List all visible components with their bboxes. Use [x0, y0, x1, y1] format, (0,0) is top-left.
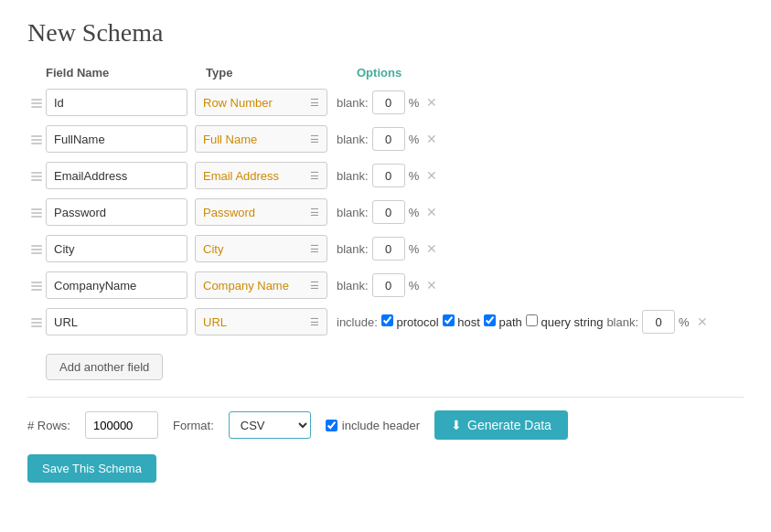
blank-label: blank: — [337, 242, 369, 256]
options-area: blank: % ✕ — [337, 164, 744, 187]
percent-label: % — [409, 133, 420, 146]
path-checkbox[interactable] — [484, 314, 496, 326]
protocol-checkbox[interactable] — [381, 314, 393, 326]
remove-button[interactable]: ✕ — [423, 278, 441, 293]
blank-label: blank: — [606, 315, 638, 329]
table-row: URL☰ include: protocol host path query s… — [27, 306, 744, 337]
field-name-input[interactable] — [46, 308, 187, 335]
options-area: include: protocol host path query string — [337, 310, 744, 334]
field-name-input[interactable] — [46, 162, 187, 189]
type-label: Row Number — [203, 96, 273, 110]
blank-label: blank: — [337, 133, 369, 146]
page-title: New Schema — [27, 18, 744, 48]
path-label[interactable]: path — [484, 314, 522, 329]
remove-button[interactable]: ✕ — [423, 132, 441, 146]
field-name-input[interactable] — [46, 125, 187, 153]
field-type-button[interactable]: Email Address☰ — [195, 162, 327, 189]
type-icon: ☰ — [310, 207, 319, 218]
type-icon: ☰ — [310, 316, 319, 328]
path-text: path — [499, 315, 522, 329]
field-type-button[interactable]: City☰ — [195, 235, 327, 262]
query-string-checkbox[interactable] — [526, 314, 538, 326]
remove-button[interactable]: ✕ — [423, 168, 441, 183]
field-name-input[interactable] — [46, 198, 187, 226]
blank-input[interactable] — [372, 90, 405, 114]
table-row: Email Address☰ blank: % ✕ — [27, 160, 744, 191]
blank-input[interactable] — [642, 310, 675, 334]
type-label: Full Name — [203, 133, 257, 146]
field-type-button[interactable]: Full Name☰ — [195, 125, 327, 153]
format-label: Format: — [173, 419, 214, 432]
save-area: Save This Schema — [27, 454, 744, 483]
include-header-text: include header — [342, 419, 420, 432]
protocol-text: protocol — [396, 315, 438, 329]
blank-label: blank: — [337, 206, 369, 219]
drag-handle[interactable] — [27, 243, 46, 254]
bottom-bar: # Rows: Format: CSVJSONSQLXML include he… — [27, 410, 744, 440]
remove-button[interactable]: ✕ — [423, 95, 441, 110]
field-type-button[interactable]: Row Number☰ — [195, 89, 327, 116]
format-select[interactable]: CSVJSONSQLXML — [229, 411, 311, 439]
type-label: City — [203, 242, 223, 256]
drag-handle[interactable] — [27, 97, 46, 108]
remove-button[interactable]: ✕ — [423, 205, 441, 219]
rows-label: # Rows: — [27, 419, 70, 432]
field-type-button[interactable]: URL☰ — [195, 308, 327, 335]
schema-table: Field Name Type Options Row Number☰ blan… — [27, 66, 744, 380]
percent-label: % — [409, 169, 420, 183]
divider — [27, 397, 744, 398]
blank-input[interactable] — [372, 127, 405, 151]
save-button[interactable]: Save This Schema — [27, 454, 156, 483]
type-label: URL — [203, 315, 227, 329]
table-row: Company Name☰ blank: % ✕ — [27, 270, 744, 301]
table-row: Password☰ blank: % ✕ — [27, 197, 744, 228]
field-name-input[interactable] — [46, 235, 187, 262]
fields-container: Row Number☰ blank: % ✕ Full Name☰ blank:… — [27, 87, 744, 337]
options-area: blank: % ✕ — [337, 127, 744, 151]
options-area: blank: % ✕ — [337, 90, 744, 114]
blank-input[interactable] — [372, 164, 405, 187]
host-label[interactable]: host — [443, 314, 480, 329]
include-header-checkbox[interactable] — [326, 420, 337, 431]
drag-handle[interactable] — [27, 207, 46, 218]
include-header-label[interactable]: include header — [326, 419, 420, 432]
drag-handle[interactable] — [27, 280, 46, 291]
remove-button[interactable]: ✕ — [693, 314, 712, 329]
add-field-button[interactable]: Add another field — [46, 354, 163, 380]
type-icon: ☰ — [310, 97, 319, 109]
type-icon: ☰ — [310, 243, 319, 255]
table-row: City☰ blank: % ✕ — [27, 233, 744, 264]
blank-input[interactable] — [372, 200, 405, 224]
header-options: Options — [357, 66, 744, 80]
percent-label: % — [409, 206, 420, 219]
type-icon: ☰ — [310, 170, 319, 182]
query-string-text: query string — [541, 315, 603, 329]
percent-label: % — [409, 279, 420, 293]
include-label: include: — [337, 315, 378, 329]
field-type-button[interactable]: Password☰ — [195, 198, 327, 226]
query-string-label[interactable]: query string — [526, 314, 604, 329]
drag-handle[interactable] — [27, 133, 46, 144]
drag-handle[interactable] — [27, 316, 46, 327]
drag-handle[interactable] — [27, 170, 46, 181]
table-header: Field Name Type Options — [27, 66, 744, 80]
blank-input[interactable] — [372, 273, 405, 297]
type-label: Email Address — [203, 169, 279, 183]
rows-input[interactable] — [85, 411, 158, 439]
host-text: host — [457, 315, 480, 329]
field-name-input[interactable] — [46, 271, 187, 299]
field-type-button[interactable]: Company Name☰ — [195, 271, 327, 299]
protocol-label[interactable]: protocol — [381, 314, 439, 329]
options-area: blank: % ✕ — [337, 273, 744, 297]
generate-button[interactable]: ⬇ Generate Data — [434, 410, 568, 440]
field-name-input[interactable] — [46, 89, 187, 116]
type-label: Company Name — [203, 279, 289, 293]
percent-label: % — [679, 315, 690, 329]
type-icon: ☰ — [310, 280, 319, 292]
host-checkbox[interactable] — [443, 314, 455, 326]
header-type: Type — [206, 66, 357, 80]
table-row: Full Name☰ blank: % ✕ — [27, 123, 744, 154]
remove-button[interactable]: ✕ — [423, 241, 441, 256]
blank-label: blank: — [337, 96, 369, 110]
blank-input[interactable] — [372, 237, 405, 261]
